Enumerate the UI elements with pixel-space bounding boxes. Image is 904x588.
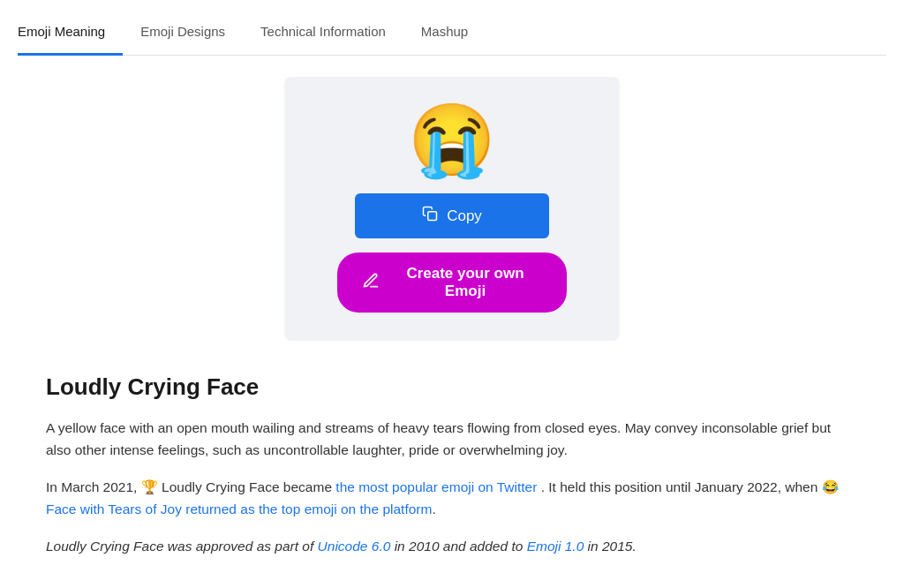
fact-after: . It held this position until January 20… (541, 479, 818, 494)
emoji-description: A yellow face with an open mouth wailing… (46, 417, 858, 462)
fact-link-twitter[interactable]: the most popular emoji on Twitter (335, 479, 537, 494)
copy-button[interactable]: Copy (355, 193, 549, 238)
svg-rect-0 (428, 212, 437, 221)
fact-emoji-1: 🏆 (141, 479, 162, 494)
copy-button-label: Copy (447, 207, 482, 225)
emoji-symbol: 😭 (408, 105, 496, 176)
fact-middle: Loudly Crying Face became (162, 479, 332, 494)
create-icon (362, 272, 380, 294)
emoji-content: Loudly Crying Face A yellow face with an… (28, 369, 876, 557)
approval-italic: Loudly Crying Face (46, 539, 164, 554)
emoji-card: 😭 Copy Create your own Emoji (284, 77, 620, 341)
tab-mashup[interactable]: Mashup (403, 11, 486, 56)
approval-mid2-text: in 2010 and added to (395, 539, 524, 554)
emoji-title: Loudly Crying Face (46, 369, 858, 406)
create-button-label: Create your own Emoji (388, 265, 542, 300)
tab-emoji-designs[interactable]: Emoji Designs (123, 11, 243, 56)
fact-link-joy[interactable]: Face with Tears of Joy returned as the t… (46, 501, 432, 516)
approval-end-text: in 2015. (588, 539, 637, 554)
approval-mid-text: was approved as part of (168, 539, 313, 554)
tabs-nav: Emoji Meaning Emoji Designs Technical In… (18, 0, 886, 56)
emoji-fact: In March 2021, 🏆 Loudly Crying Face beca… (46, 476, 858, 521)
tab-emoji-meaning[interactable]: Emoji Meaning (18, 11, 123, 56)
fact-text-before: In March 2021, (46, 479, 137, 494)
emoji-approval: Loudly Crying Face was approved as part … (46, 535, 858, 558)
approval-link-emoji[interactable]: Emoji 1.0 (527, 539, 584, 554)
tab-technical-information[interactable]: Technical Information (243, 11, 403, 56)
copy-icon (422, 206, 438, 226)
create-emoji-button[interactable]: Create your own Emoji (337, 253, 567, 313)
fact-emoji-2: 😂 (822, 479, 839, 494)
approval-link-unicode[interactable]: Unicode 6.0 (318, 539, 391, 554)
